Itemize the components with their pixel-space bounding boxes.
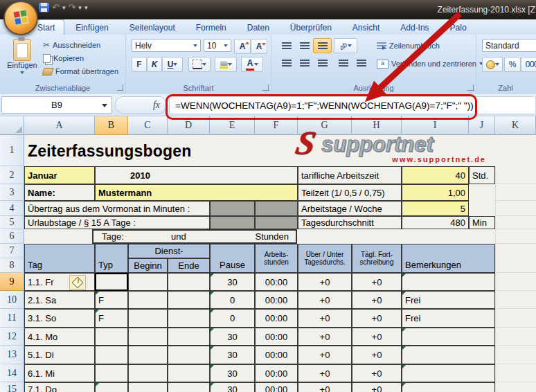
header-pause[interactable]: Pause [210,244,255,273]
cell-ueber-unter[interactable]: +0 [298,328,352,346]
cell-unit-empty[interactable] [469,201,495,216]
fill-color-button[interactable] [215,57,237,72]
row-header-4[interactable]: 4 [0,201,24,216]
cell-arbeitsstunden[interactable]: 00:00 [255,364,298,382]
grid-cell[interactable] [495,201,536,216]
cell-carry-input-days[interactable] [210,201,255,216]
cell-ueber-unter[interactable]: +0 [298,346,352,364]
dialog-launcher-icon[interactable] [467,84,474,91]
font-color-button[interactable]: A [241,57,263,72]
cell-ueber-unter[interactable]: +0 [298,273,352,291]
cell-fortschreibung[interactable]: +0 [352,382,402,392]
shrink-font-button[interactable]: A [251,39,267,54]
grid-cell[interactable] [495,273,536,291]
cell-value-teilzeit[interactable]: 1,00 [402,184,469,201]
row-header-7[interactable]: 7 [0,244,24,258]
redo-icon[interactable]: ↷ [68,3,75,12]
percent-button[interactable]: % [504,57,521,72]
row-header-1[interactable]: 1 [0,135,24,166]
cell-name-label[interactable]: Name: [24,184,95,201]
cell-pause[interactable]: 30 [210,273,255,291]
cell-typ[interactable] [95,328,128,346]
column-header-a[interactable]: A [24,116,95,135]
row-header-10[interactable]: 10 [0,291,24,309]
cell-value-arbeitstage[interactable]: 5 [402,201,469,216]
increase-indent-button[interactable] [352,55,370,71]
row-header-13[interactable]: 13 [0,346,24,364]
cell-pause[interactable]: 30 [210,364,255,382]
align-left-button[interactable] [277,55,296,71]
cell-beginn[interactable] [128,364,168,382]
cell-pause[interactable]: 0 [210,309,255,328]
row-header-5[interactable]: 5 [0,216,24,229]
cell-bemerkung[interactable] [402,364,495,382]
row-header-9[interactable]: 9 [0,273,24,291]
grid-cell[interactable] [495,291,536,309]
office-button[interactable] [3,1,38,35]
grid-cell[interactable] [495,216,536,229]
cell-month[interactable]: Januar [24,166,95,184]
borders-button[interactable] [188,57,211,72]
insert-function-button[interactable]: fx [115,96,167,114]
cell-pause[interactable]: 0 [210,291,255,309]
underline-button[interactable]: U [162,57,183,72]
redo-dropdown-icon[interactable]: ▾ [78,4,82,11]
grid-cell[interactable] [495,364,536,382]
cell-unit-empty[interactable] [469,184,495,201]
font-name-select[interactable]: Helv [132,39,201,52]
row-header-11[interactable]: 11 [0,309,24,328]
cell-ueber-unter[interactable]: +0 [298,382,352,392]
cell-value-tagesdurchschnitt[interactable]: 480 [402,216,469,229]
cell-fortschreibung[interactable]: +0 [352,364,402,382]
cell-typ[interactable] [95,346,128,364]
grid-cell[interactable] [495,346,536,364]
cell-vacation-label[interactable]: Urlaubstage / § 15 A Tage : [24,216,210,229]
bold-button[interactable]: F [132,57,147,72]
cell-beginn[interactable] [128,382,168,392]
header-typ[interactable]: Typ [95,244,128,273]
merge-center-button[interactable]: Verbinden und zentrieren [377,58,483,69]
dialog-launcher-icon[interactable] [117,84,123,91]
cell-typ[interactable]: F [95,291,128,309]
grid-cell[interactable] [495,328,536,346]
cell-label-teilzeit[interactable]: Teilzeit (1/ 0,5 / 0,75) [298,184,402,201]
header-arbeitsstunden[interactable]: Arbeits-stunden [255,244,298,273]
cell-arbeitsstunden[interactable]: 00:00 [255,346,298,364]
grid-cell[interactable] [495,309,536,328]
cell-ueber-unter[interactable]: +0 [298,291,352,309]
cell-label-tarifliche-arbeitszeit[interactable]: tarifliche Arbeitszeit [298,166,402,184]
cell-typ[interactable] [95,382,128,392]
tab-seitenlayout[interactable]: Seitenlayout [120,19,185,35]
cell-tage-und-stunden-box[interactable]: Tage: und Stunden [92,229,297,244]
cell-bemerkung[interactable] [402,328,495,346]
row-header-3[interactable]: 3 [0,184,24,201]
cell-ende[interactable] [168,309,210,328]
cell-ende[interactable] [168,382,210,392]
row-header-12[interactable]: 12 [0,328,24,346]
column-header-d[interactable]: D [168,116,210,135]
column-header-k[interactable]: K [495,116,536,135]
align-bottom-button[interactable] [313,38,332,53]
cell-beginn[interactable] [128,309,168,328]
row-header-15[interactable]: 15 [0,382,24,392]
cell-name-value[interactable]: Mustermann [95,184,298,201]
cell-arbeitsstunden[interactable]: 00:00 [255,309,298,328]
header-bemerkungen[interactable]: Bemerkungen [402,244,495,273]
font-size-select[interactable]: 10 [204,39,231,52]
grid-cell[interactable] [495,244,536,273]
cell-typ[interactable]: F [95,309,128,328]
header-beginn[interactable]: Beginn [128,258,168,273]
cell-year[interactable]: 2010 [95,166,298,184]
comma-style-button[interactable]: 000 [521,57,536,72]
cell-bemerkung[interactable]: Frei [402,291,495,309]
tab-daten[interactable]: Daten [238,19,279,35]
cell-beginn[interactable] [128,291,168,309]
cell-fortschreibung[interactable]: +0 [352,309,402,328]
cell-tag[interactable]: 6.1. Mi [24,364,95,382]
column-header-f[interactable]: F [255,116,298,135]
cell-tag[interactable]: 5.1. Di [24,346,95,364]
cell-beginn[interactable] [128,328,168,346]
selected-cell-b9[interactable] [95,273,128,291]
row-header-8[interactable]: 8 [0,258,24,273]
cell-fortschreibung[interactable]: +0 [352,346,402,364]
